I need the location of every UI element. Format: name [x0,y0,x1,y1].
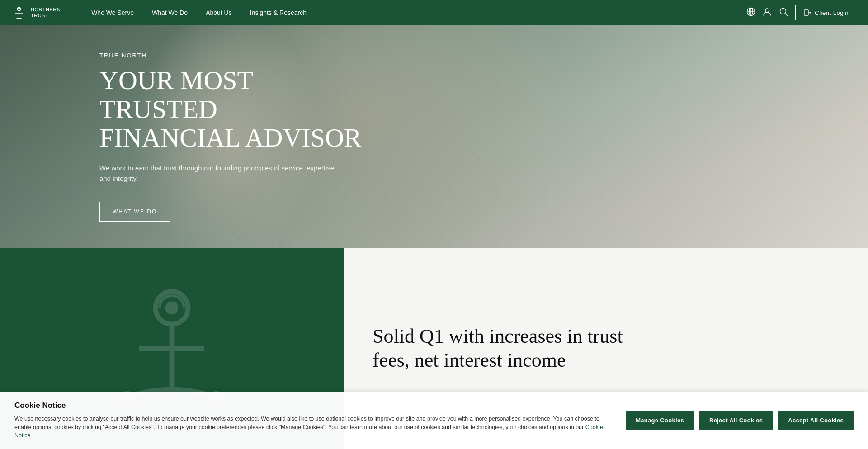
hero-cta-button[interactable]: WHAT WE DO [99,202,170,222]
nav-icons: Client Login [746,5,857,20]
hero-title: YOUR MOST TRUSTED FINANCIAL ADVISOR [99,66,371,152]
reject-cookies-button[interactable]: Reject All Cookies [699,411,773,430]
nav-item-insights[interactable]: Insights & Research [241,0,316,25]
logo-text: NORTHERN TRUST [31,7,61,19]
nav-item-what-we-do[interactable]: What We Do [143,0,197,25]
svg-line-10 [785,14,788,16]
manage-cookies-button[interactable]: Manage Cookies [626,411,694,430]
cookie-title: Cookie Notice [14,401,611,410]
search-icon[interactable] [779,7,788,19]
svg-point-14 [165,302,179,315]
accept-cookies-button[interactable]: Accept All Cookies [778,411,854,430]
globe-icon[interactable] [746,7,755,19]
cookie-body: We use necessary cookies to analyse our … [14,415,611,440]
svg-point-8 [765,9,769,12]
svg-rect-11 [804,10,808,15]
cookie-actions: Manage Cookies Reject All Cookies Accept… [626,411,854,430]
logo[interactable]: NORTHERN TRUST [11,5,61,21]
hero-eyebrow: TRUE NORTH [99,52,868,59]
svg-point-3 [18,8,20,9]
login-icon [804,9,811,16]
profile-icon[interactable] [763,7,772,19]
hero-subtitle: We work to earn that trust through our f… [99,163,335,184]
nav-links: Who We Serve What We Do About Us Insight… [82,0,746,25]
cookie-text-block: Cookie Notice We use necessary cookies t… [14,401,611,440]
nav-item-about-us[interactable]: About Us [197,0,241,25]
client-login-label: Client Login [815,9,849,16]
cookie-banner: Cookie Notice We use necessary cookies t… [0,392,868,449]
main-nav: NORTHERN TRUST Who We Serve What We Do A… [0,0,868,25]
client-login-button[interactable]: Client Login [795,5,857,20]
nav-item-who-we-serve[interactable]: Who We Serve [82,0,143,25]
hero-section: TRUE NORTH YOUR MOST TRUSTED FINANCIAL A… [0,25,868,248]
cookie-body-text: We use necessary cookies to analyse our … [14,416,599,430]
logo-icon [11,5,27,21]
lower-section-headline: Solid Q1 with increases in trust fees, n… [373,325,626,373]
hero-content: TRUE NORTH YOUR MOST TRUSTED FINANCIAL A… [0,25,868,248]
